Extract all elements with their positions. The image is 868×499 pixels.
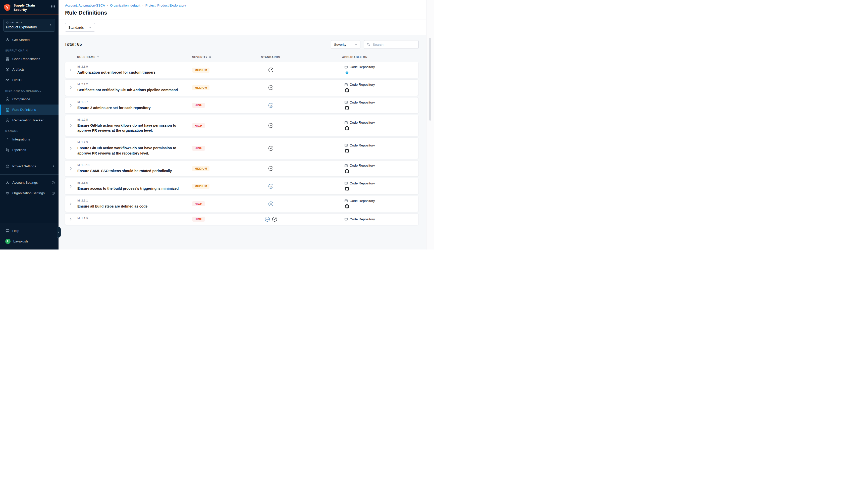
breadcrumb-separator: ›	[107, 3, 108, 7]
sidebar-collapse-handle[interactable]	[57, 227, 61, 238]
sort-desc-icon[interactable]	[97, 56, 99, 58]
svg-text:CIS: CIS	[270, 185, 272, 187]
rule-id: Id: 1.3.10	[77, 163, 189, 167]
applicable-on-label: Code Repository	[350, 121, 375, 124]
sidebar-item-compliance[interactable]: Compliance	[0, 94, 59, 105]
rules-content: Total: 65 Severity RULE NAME SEVERITY	[59, 35, 434, 250]
app-logo-row: Supply Chain Security	[0, 0, 59, 15]
sidebar-item-project-settings[interactable]: Project Settings	[0, 161, 59, 172]
sidebar-item-organization-settings[interactable]: Organization Settings	[0, 188, 59, 198]
sidebar-item-cicd[interactable]: CI/CD	[0, 75, 59, 85]
sidebar-item-artifacts[interactable]: Artifacts	[0, 64, 59, 75]
scrollbar-thumb[interactable]	[429, 38, 431, 121]
breadcrumb-project-link[interactable]: Project: Product Exploratory	[146, 3, 186, 7]
svg-text:</>: </>	[346, 72, 348, 73]
table-row[interactable]: Id: 1.3.7 Ensure 2 admins are set for ea…	[64, 97, 419, 113]
applicable-on-label: Code Repository	[350, 83, 375, 86]
column-header-applicable-on: APPLICABLE ON	[342, 56, 415, 59]
sidebar-item-remediation-tracker[interactable]: Remediation Tracker	[0, 115, 59, 126]
table-row[interactable]: Id: 1.3.10 Ensure SAML SSO tokens should…	[64, 160, 419, 177]
severity-badge: HIGH	[193, 146, 205, 151]
row-expand-chevron-icon[interactable]	[69, 217, 73, 221]
sidebar-item-label: Project Settings	[12, 164, 36, 168]
applicable-on-label: Code Repository	[350, 100, 375, 104]
row-expand-chevron-icon[interactable]	[69, 202, 73, 206]
search-box	[364, 40, 419, 49]
github-icon	[345, 149, 349, 153]
sort-both-icon[interactable]	[209, 55, 211, 59]
column-header-rule-name[interactable]: RULE NAME	[74, 56, 189, 59]
sidebar-item-label: Organization Settings	[12, 191, 45, 195]
organization-icon	[5, 191, 10, 195]
main-content: Account: Automation-SSCA › Organization:…	[59, 0, 434, 250]
table-header-row: RULE NAME SEVERITY STANDARDS APPLICABLE …	[64, 55, 419, 59]
sidebar-item-get-started[interactable]: Get Started	[0, 35, 59, 45]
code-repository-icon	[344, 144, 348, 147]
sidebar-bottom-block: Help L Lavakush	[0, 223, 59, 250]
rule-title: Authorization not enforced for custom tr…	[77, 70, 185, 75]
info-icon[interactable]	[51, 181, 55, 184]
rule-id: Id: 1.3.7	[77, 100, 189, 104]
divider	[0, 158, 59, 158]
rule-id: Id: 2.3.5	[77, 181, 189, 184]
rule-id: Id: 1.1.9	[77, 217, 189, 220]
row-expand-chevron-icon[interactable]	[69, 124, 73, 127]
sidebar-item-pipelines[interactable]: Pipelines	[0, 145, 59, 155]
table-row[interactable]: Id: 2.3.9 Authorization not enforced for…	[64, 62, 419, 78]
cis-standard-icon: CIS	[268, 103, 273, 108]
rule-title: Ensure 2 admins are set for each reposit…	[77, 105, 185, 110]
info-icon[interactable]	[51, 192, 55, 195]
sidebar-item-code-repositories[interactable]: Code Repositories	[0, 54, 59, 64]
column-header-standards: STANDARDS	[229, 56, 342, 59]
severity-badge: HIGH	[193, 201, 205, 206]
page-scrollbar[interactable]	[426, 0, 434, 250]
breadcrumb-organization-link[interactable]: Organization: default	[110, 3, 140, 7]
row-expand-chevron-icon[interactable]	[69, 167, 73, 170]
chevron-right-icon	[52, 165, 55, 168]
total-count: Total: 65	[64, 42, 82, 47]
table-row[interactable]: Id: 1.2.8 Ensure GitHub action workflows…	[64, 115, 419, 136]
github-icon	[345, 187, 349, 191]
sidebar-item-account-settings[interactable]: Account Settings	[0, 178, 59, 188]
applicable-on-label: Code Repository	[350, 199, 375, 203]
github-icon	[345, 106, 349, 110]
row-expand-chevron-icon[interactable]	[69, 146, 73, 150]
sidebar-item-label: Code Repositories	[12, 57, 40, 61]
code-repository-icon	[344, 65, 348, 69]
severity-badge: MEDIUM	[193, 85, 210, 90]
table-row[interactable]: Id: 2.1.2 Certificate not verified by Gi…	[64, 80, 419, 96]
rule-id: Id: 2.3.1	[77, 199, 189, 202]
table-row[interactable]: Id: 2.3.1 Ensure all build steps are def…	[64, 196, 419, 212]
row-expand-chevron-icon[interactable]	[69, 68, 73, 72]
shield-check-icon	[5, 97, 10, 101]
rule-id: Id: 2.1.2	[77, 83, 189, 86]
cube-icon	[5, 68, 10, 72]
infinity-icon	[5, 78, 10, 82]
standards-filter-dropdown[interactable]: Standards	[65, 23, 95, 32]
table-row[interactable]: Id: 1.2.9 Ensure GitHub action workflows…	[64, 137, 419, 159]
pipelines-icon	[5, 148, 10, 152]
clipboard-list-icon	[5, 108, 10, 112]
sidebar: Supply Chain Security PROJECT Product Ex…	[0, 0, 59, 250]
project-selector[interactable]: PROJECT Product Exploratory	[3, 19, 55, 32]
sidebar-item-label: Integrations	[12, 137, 30, 141]
row-expand-chevron-icon[interactable]	[69, 184, 73, 188]
breadcrumb-account-link[interactable]: Account: Automation-SSCA	[65, 3, 105, 7]
openssf-standard-icon	[268, 123, 273, 128]
apps-grid-icon[interactable]	[51, 4, 55, 9]
severity-filter-dropdown[interactable]: Severity	[331, 40, 360, 49]
svg-text:CIS: CIS	[266, 218, 269, 220]
sidebar-user-row[interactable]: L Lavakush	[0, 236, 59, 246]
row-expand-chevron-icon[interactable]	[69, 104, 73, 107]
standards-filter-label: Standards	[68, 26, 84, 29]
row-expand-chevron-icon[interactable]	[69, 86, 73, 89]
supply-chain-security-logo-icon	[3, 3, 11, 12]
search-input[interactable]	[372, 42, 416, 47]
sidebar-item-rule-definitions[interactable]: Rule Definitions	[0, 105, 59, 115]
sidebar-item-help[interactable]: Help	[0, 226, 59, 236]
sidebar-item-integrations[interactable]: Integrations	[0, 134, 59, 145]
column-header-severity[interactable]: SEVERITY	[189, 55, 229, 59]
table-row[interactable]: Id: 1.1.9 HIGH CIS Code Repository	[64, 213, 419, 225]
table-row[interactable]: Id: 2.3.5 Ensure access to the build pro…	[64, 178, 419, 194]
openssf-standard-icon	[268, 67, 273, 73]
